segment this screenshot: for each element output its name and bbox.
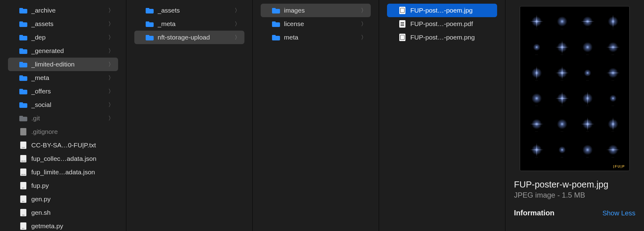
file-icon — [19, 223, 28, 229]
item-label: _generated — [31, 47, 106, 55]
item-label: license — [284, 20, 359, 28]
column-4: FUP-post…-poem.jpgFUP-post…-poem.pdfFUP-… — [379, 0, 505, 231]
folder-icon — [19, 47, 28, 54]
preview-filename: FUP-poster-w-poem.jpg — [514, 180, 635, 190]
folder-item[interactable]: nft-storage-upload〉 — [134, 31, 244, 44]
chevron-right-icon: 〉 — [108, 7, 114, 14]
folder-item[interactable]: meta〉 — [261, 31, 371, 44]
chevron-right-icon: 〉 — [235, 20, 240, 28]
folder-icon — [19, 34, 28, 41]
chevron-right-icon: 〉 — [361, 20, 366, 28]
chevron-right-icon: 〉 — [235, 7, 240, 14]
show-less-link[interactable]: Show Less — [602, 209, 635, 217]
chevron-right-icon: 〉 — [108, 88, 114, 95]
item-label: _archive — [31, 7, 106, 14]
item-label: _offers — [31, 88, 106, 95]
folder-icon — [19, 61, 28, 68]
file-item[interactable]: FUP-post…-poem.jpg — [387, 4, 497, 17]
file-icon — [19, 128, 28, 135]
folder-item[interactable]: _limited-edition〉 — [8, 58, 118, 71]
folder-icon — [19, 7, 28, 14]
folder-icon — [145, 21, 154, 27]
folder-item[interactable]: .git〉 — [8, 112, 118, 125]
folder-item[interactable]: _social〉 — [8, 98, 118, 112]
file-icon — [19, 169, 28, 176]
item-label: images — [284, 7, 359, 14]
item-label: _meta — [158, 20, 233, 28]
file-item[interactable]: fup_limite…adata.json — [8, 165, 118, 179]
folder-icon — [145, 34, 154, 41]
item-label: gen.py — [31, 195, 114, 203]
chevron-right-icon: 〉 — [361, 34, 366, 41]
chevron-right-icon: 〉 — [108, 61, 114, 68]
file-icon — [19, 142, 28, 149]
folder-item[interactable]: _meta〉 — [134, 17, 244, 31]
item-label: nft-storage-upload — [158, 34, 233, 41]
file-item[interactable]: FUP-post…-poem.png — [387, 31, 497, 44]
item-label: getmeta.py — [31, 222, 114, 230]
chevron-right-icon: 〉 — [108, 74, 114, 81]
folder-item[interactable]: _meta〉 — [8, 71, 118, 85]
image-file-icon — [398, 7, 407, 14]
finder-columns: _archive〉_assets〉_dep〉_generated〉_limite… — [0, 0, 644, 231]
item-label: .gitignore — [31, 128, 114, 135]
folder-item[interactable]: _assets〉 — [8, 17, 118, 31]
folder-item[interactable]: _assets〉 — [134, 4, 244, 17]
folder-item[interactable]: _generated〉 — [8, 44, 118, 58]
item-label: gen.sh — [31, 209, 114, 216]
file-item[interactable]: .gitignore — [8, 125, 118, 138]
image-file-icon — [398, 34, 407, 41]
item-label: .git — [31, 115, 106, 122]
file-item[interactable]: getmeta.py — [8, 219, 118, 231]
chevron-right-icon: 〉 — [108, 34, 114, 41]
item-label: _assets — [158, 7, 233, 14]
folder-item[interactable]: _offers〉 — [8, 85, 118, 98]
file-item[interactable]: CC-BY-SA…0-FU|P.txt — [8, 138, 118, 152]
information-heading: Information — [514, 209, 554, 217]
folder-item[interactable]: license〉 — [261, 17, 371, 31]
chevron-right-icon: 〉 — [108, 47, 114, 55]
chevron-right-icon: 〉 — [235, 34, 240, 41]
chevron-right-icon: 〉 — [108, 115, 114, 122]
column-2: _assets〉_meta〉nft-storage-upload〉 — [126, 0, 253, 231]
folder-icon — [272, 7, 280, 14]
chevron-right-icon: 〉 — [108, 20, 114, 28]
file-item[interactable]: gen.py — [8, 192, 118, 206]
item-label: meta — [284, 34, 359, 41]
item-label: _limited-edition — [31, 61, 106, 68]
thumbnail-signature: |FU|P — [613, 165, 625, 168]
file-icon — [19, 155, 28, 162]
preview-subtitle: JPEG image - 1.5 MB — [514, 191, 635, 199]
item-label: _meta — [31, 74, 106, 81]
item-label: CC-BY-SA…0-FU|P.txt — [31, 142, 114, 149]
folder-icon — [19, 21, 28, 27]
folder-item[interactable]: _archive〉 — [8, 4, 118, 17]
item-label: _dep — [31, 34, 106, 41]
item-label: fup_collec…adata.json — [31, 155, 114, 162]
thumbnail-grid: · · · · · · · · · · · · · · · · · · · · … — [525, 12, 624, 163]
column-3: images〉license〉meta〉 — [253, 0, 379, 231]
column-1: _archive〉_assets〉_dep〉_generated〉_limite… — [0, 0, 126, 231]
folder-icon — [19, 88, 28, 95]
folder-icon — [19, 115, 28, 122]
preview-panel: · · · · · · · · · · · · · · · · · · · · … — [505, 0, 644, 231]
file-item[interactable]: fup.py — [8, 179, 118, 192]
item-label: FUP-post…-poem.jpg — [410, 7, 493, 14]
item-label: fup_limite…adata.json — [31, 169, 114, 176]
file-item[interactable]: FUP-post…-poem.pdf — [387, 17, 497, 31]
item-label: _social — [31, 101, 106, 108]
preview-thumbnail[interactable]: · · · · · · · · · · · · · · · · · · · · … — [520, 6, 630, 171]
item-label: _assets — [31, 20, 106, 28]
folder-item[interactable]: _dep〉 — [8, 31, 118, 44]
folder-icon — [272, 21, 280, 27]
item-label: FUP-post…-poem.png — [410, 34, 493, 41]
folder-icon — [272, 34, 280, 41]
folder-item[interactable]: images〉 — [261, 4, 371, 17]
file-icon — [19, 182, 28, 189]
file-icon — [19, 196, 28, 203]
file-item[interactable]: gen.sh — [8, 206, 118, 219]
pdf-file-icon — [398, 21, 407, 27]
item-label: FUP-post…-poem.pdf — [410, 20, 493, 28]
file-item[interactable]: fup_collec…adata.json — [8, 152, 118, 165]
folder-icon — [145, 7, 154, 14]
